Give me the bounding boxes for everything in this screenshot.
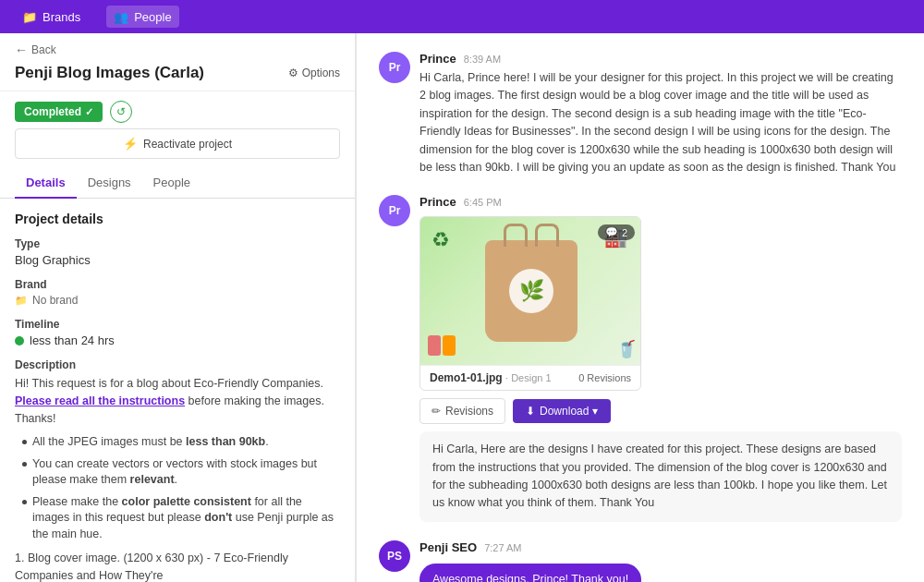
timeline-value: less than 24 hrs [15, 333, 340, 347]
recycle-icon: ♻ [432, 228, 450, 252]
message-row-3: PS Penji SEO 7:27 AM Awesome designs, Pr… [379, 540, 902, 582]
pencil-icon: ✏ [432, 405, 441, 418]
revisions-button[interactable]: ✏ Revisions [419, 398, 505, 424]
nav-people[interactable]: 👥 People [106, 6, 178, 28]
download-button[interactable]: ⬇ Download ▾ [513, 399, 611, 423]
sender-prince-2: Prince [419, 195, 456, 209]
tabs: Details Designs People [0, 168, 355, 199]
image-card-footer: Demo1-01.jpg · Design 1 0 Revisions [420, 365, 640, 390]
refresh-button[interactable]: ↺ [110, 101, 132, 123]
description-intro: Hi! This request is for a blog about Eco… [15, 377, 323, 390]
sender-penji: Penji SEO [419, 540, 477, 554]
time-1: 8:39 AM [464, 54, 501, 65]
message-content-2: Prince 6:45 PM ♻ 🏭 🌿 [419, 195, 902, 522]
section-title: Project details [15, 212, 340, 226]
time-3: 7:27 AM [484, 542, 521, 553]
panel-header: ← Back Penji Blog Images (Carla) ⚙ Optio… [0, 33, 355, 91]
message-bubble-2: Hi Carla, Here are the designs I have cr… [419, 431, 902, 522]
tab-people[interactable]: People [142, 168, 201, 199]
message-row-1: Pr Prince 8:39 AM Hi Carla, Prince here!… [379, 52, 902, 176]
card-actions: ✏ Revisions ⬇ Download ▾ [419, 398, 902, 424]
message-content-3: Penji SEO 7:27 AM Awesome designs, Princ… [419, 540, 902, 582]
footer-text: 1. Blog cover image. (1200 x 630 px) - 7… [15, 550, 340, 582]
options-label: Options [302, 67, 340, 79]
back-label: Back [31, 43, 56, 56]
avatar-penji: PS [379, 540, 410, 572]
back-arrow-icon: ← [15, 42, 28, 57]
message-text-1: Hi Carla, Prince here! I will be your de… [419, 69, 902, 176]
bullet-text-2: You can create vectors or vectors with s… [32, 456, 340, 489]
person-fig-2 [443, 335, 456, 356]
avatar-prince-2: Pr [379, 195, 410, 226]
image-info: Demo1-01.jpg · Design 1 [430, 371, 552, 384]
brand-text: No brand [32, 294, 78, 307]
type-value: Blog Graphics [15, 253, 340, 267]
tab-details[interactable]: Details [15, 168, 77, 199]
check-icon: ✓ [85, 106, 93, 118]
design-number: Design 1 [511, 372, 551, 383]
project-title: Penji Blog Images (Carla) [15, 63, 204, 83]
bullet-item-1: All the JPEG images must be less than 90… [22, 434, 340, 451]
image-filename: Demo1-01.jpg [430, 371, 503, 384]
reactivate-label: Reactivate project [143, 138, 232, 151]
bullet-text-3: Please make the color palette consistent… [32, 494, 340, 543]
person-fig-1 [428, 335, 441, 356]
download-btn-label: Download ▾ [540, 405, 598, 418]
image-card: ♻ 🏭 🌿 🥤 💬 2 [419, 216, 641, 391]
tab-designs[interactable]: Designs [77, 168, 142, 199]
message-content-1: Prince 8:39 AM Hi Carla, Prince here! I … [419, 52, 902, 176]
bullet-dot-2 [22, 462, 27, 467]
leaf-circle: 🌿 [509, 269, 553, 313]
chat-icon-small: 💬 [605, 226, 618, 238]
brand-value: 📁 No brand [15, 294, 340, 307]
description-text: Hi! This request is for a blog about Eco… [15, 375, 340, 427]
options-button[interactable]: ⚙ Options [288, 67, 340, 79]
description-label: Description [15, 358, 340, 371]
avatar-prince-1: Pr [379, 52, 410, 83]
time-2: 6:45 PM [464, 197, 502, 208]
revisions-btn-label: Revisions [445, 405, 493, 418]
bullet-list: All the JPEG images must be less than 90… [22, 434, 340, 542]
left-panel: ← Back Penji Blog Images (Carla) ⚙ Optio… [0, 33, 356, 582]
message-header-3: Penji SEO 7:27 AM [419, 540, 902, 554]
main-layout: ← Back Penji Blog Images (Carla) ⚙ Optio… [0, 33, 924, 582]
nav-brands-label: Brands [43, 10, 80, 24]
tote-bag: 🌿 [485, 240, 578, 342]
top-navigation: 📁 Brands 👥 People [0, 0, 924, 33]
bullet-dot-3 [22, 500, 27, 504]
message-header-1: Prince 8:39 AM [419, 52, 902, 66]
folder-icon: 📁 [15, 295, 28, 307]
message-row-2: Pr Prince 6:45 PM ♻ 🏭 🌿 [379, 195, 902, 522]
bullet-text-1: All the JPEG images must be less than 90… [32, 434, 269, 451]
nav-brands[interactable]: 📁 Brands [15, 6, 88, 28]
right-panel: Pr Prince 8:39 AM Hi Carla, Prince here!… [356, 33, 924, 582]
people-icon: 👥 [114, 9, 128, 24]
status-row: Completed ✓ ↺ [15, 101, 340, 123]
bullet-item-3: Please make the color palette consistent… [22, 494, 340, 543]
bolt-icon: ⚡ [123, 137, 138, 151]
back-button[interactable]: ← Back [15, 42, 340, 57]
badge-count: 2 [622, 227, 627, 238]
cups-icon: 🥤 [616, 339, 637, 359]
status-label: Completed [24, 105, 81, 118]
sender-prince-1: Prince [419, 52, 456, 66]
chat-area: Pr Prince 8:39 AM Hi Carla, Prince here!… [357, 33, 924, 582]
download-icon: ⬇ [526, 405, 535, 418]
nav-people-label: People [134, 10, 171, 24]
panel-content: Project details Type Blog Graphics Brand… [0, 199, 355, 582]
reactivate-button[interactable]: ⚡ Reactivate project [15, 128, 340, 159]
brands-icon: 📁 [22, 9, 37, 24]
bullet-dot-1 [22, 440, 27, 444]
brand-label: Brand [15, 278, 340, 291]
green-dot-icon [15, 336, 24, 346]
type-label: Type [15, 237, 340, 250]
timeline-text: less than 24 hrs [30, 333, 115, 347]
description-bold: Please read all the instructions [15, 394, 185, 407]
completed-badge: Completed ✓ [15, 102, 103, 122]
revisions-count: 0 Revisions [578, 372, 631, 383]
timeline-label: Timeline [15, 318, 340, 331]
gear-icon: ⚙ [288, 67, 298, 79]
bullet-item-2: You can create vectors or vectors with s… [22, 456, 340, 489]
message-header-2: Prince 6:45 PM [419, 195, 902, 209]
image-badge: 💬 2 [598, 224, 635, 240]
